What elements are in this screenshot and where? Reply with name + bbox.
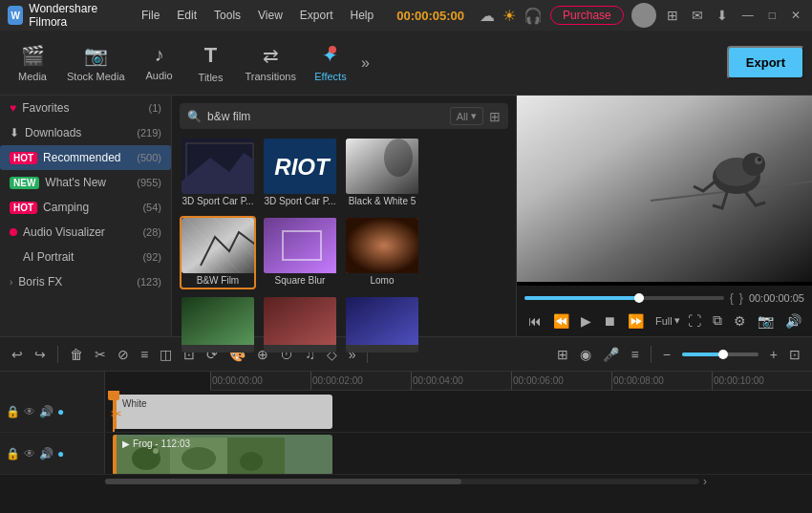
- step-back-button[interactable]: ⏪: [549, 311, 573, 331]
- grid-layout-icon[interactable]: ⊞: [489, 109, 501, 124]
- effect-sport1-label: 3D Sport Car P...: [182, 194, 254, 208]
- track-mgr-button[interactable]: ⊞: [553, 345, 572, 364]
- scroll-right-btn[interactable]: ›: [703, 475, 707, 488]
- ruler-mark-0: 00:00:00:00: [212, 375, 263, 386]
- camping-hot-badge: HOT: [10, 202, 37, 214]
- h-scrollbar-track[interactable]: [105, 479, 699, 484]
- split-button[interactable]: ≡: [137, 345, 152, 364]
- effect-lomo[interactable]: Lomo: [344, 216, 420, 289]
- sidebar-item-ai-portrait[interactable]: AI Portrait (92): [0, 245, 171, 269]
- avatar[interactable]: [631, 3, 656, 28]
- track-area-2: ▶ Frog - 112:03: [105, 433, 812, 474]
- h-scrollbar-thumb[interactable]: [105, 479, 461, 484]
- layout-icon[interactable]: ⊞: [664, 8, 681, 23]
- toolbar-audio[interactable]: ♪ Audio: [135, 40, 184, 85]
- effect-squarblur[interactable]: Square Blur: [262, 216, 338, 289]
- message-icon[interactable]: ✉: [689, 8, 706, 23]
- menu-tools[interactable]: Tools: [206, 7, 248, 24]
- undo-button[interactable]: ↩: [8, 345, 27, 364]
- more-tools-button[interactable]: »: [357, 51, 374, 75]
- cloud-icon[interactable]: ☁: [480, 7, 495, 25]
- redo-button[interactable]: ↪: [31, 345, 50, 364]
- track-clip-frog[interactable]: ▶ Frog - 112:03: [113, 435, 332, 474]
- settings-icon[interactable]: ⚙: [730, 311, 750, 331]
- sidebar-item-audio-vis[interactable]: Audio Visualizer (28): [0, 220, 171, 245]
- toolbar-stock-media[interactable]: 📷 Stock Media: [59, 40, 133, 86]
- pip-icon[interactable]: ⧉: [709, 310, 726, 331]
- zoom-minus-button[interactable]: −: [659, 345, 674, 364]
- trim-button[interactable]: ◫: [156, 345, 176, 364]
- zoom-dropdown[interactable]: Full ▾: [655, 314, 680, 327]
- sidebar-item-favorites[interactable]: ♥ Favorites (1): [0, 96, 171, 120]
- cut-button[interactable]: ✂: [91, 345, 110, 364]
- filter-chevron-icon: ▾: [471, 110, 477, 122]
- track2-icon2[interactable]: 👁: [24, 447, 35, 460]
- sidebar-item-recommended[interactable]: HOT Recommended (500): [0, 145, 171, 170]
- effect-sport1[interactable]: 3D Sport Car P...: [180, 137, 256, 210]
- disable-button[interactable]: ⊘: [114, 345, 133, 364]
- effects-grid: 🔍 All ▾ ⊞ 3D Sport Car P...: [172, 96, 516, 336]
- sidebar-item-whats-new[interactable]: NEW What's New (955): [0, 170, 171, 195]
- progress-fill: [524, 296, 644, 300]
- progress-bar[interactable]: [524, 296, 724, 300]
- zoom-plus-button[interactable]: +: [766, 345, 781, 364]
- menu-file[interactable]: File: [134, 7, 167, 24]
- delete-button[interactable]: 🗑: [66, 345, 87, 364]
- filter-dropdown[interactable]: All ▾: [450, 107, 483, 125]
- bracket-right-icon: }: [739, 291, 743, 305]
- skip-back-button[interactable]: ⏮: [524, 311, 545, 331]
- menu-help[interactable]: Help: [343, 7, 382, 24]
- scene-detect-button[interactable]: ◉: [576, 345, 595, 364]
- download-icon[interactable]: ⬇: [714, 8, 731, 23]
- maximize-button[interactable]: □: [765, 9, 780, 22]
- track2-icon1[interactable]: 🔒: [6, 447, 20, 460]
- purchase-button[interactable]: Purchase: [550, 6, 624, 25]
- track1-audio-icon[interactable]: 🔊: [39, 405, 53, 418]
- step-forward-button[interactable]: ⏩: [624, 311, 648, 331]
- minimize-button[interactable]: —: [738, 9, 758, 22]
- toolbar-transitions[interactable]: ⇄ Transitions: [238, 40, 304, 86]
- track1-color-icon[interactable]: ●: [57, 405, 64, 418]
- track-clip-white[interactable]: White: [113, 395, 332, 429]
- play-button[interactable]: ▶: [577, 311, 595, 331]
- speaker-icon[interactable]: 🔊: [781, 311, 805, 331]
- effect-sport2[interactable]: RIOT 3D Sport Car P...: [262, 137, 338, 210]
- sidebar-item-downloads[interactable]: ⬇ Downloads (219): [0, 120, 171, 145]
- menu-export[interactable]: Export: [292, 7, 341, 24]
- track1-lock-icon[interactable]: 🔒: [6, 405, 20, 418]
- timeline: ↩ ↪ 🗑 ✂ ⊘ ≡ ◫ ⊡ ⟳ 🎨 ⊕ ⏱ ♫ ◇ » ⊞ ◉ 🎤 ≡ − …: [0, 336, 812, 513]
- sidebar-item-camping[interactable]: HOT Camping (54): [0, 195, 171, 220]
- effects-row-2: B&W Film Square Blur: [180, 216, 508, 289]
- fullscreen-icon[interactable]: ⛶: [684, 311, 705, 331]
- toolbar-titles[interactable]: T Titles: [186, 39, 236, 87]
- track2-icon3[interactable]: 🔊: [39, 447, 53, 460]
- effect-more1[interactable]: [180, 295, 256, 354]
- sun-icon[interactable]: ☀: [502, 7, 516, 25]
- ruler-mark-1: 00:00:02:00: [312, 375, 363, 386]
- toolbar-effects[interactable]: ✦ Effects: [306, 40, 355, 86]
- auto-caption-button[interactable]: ≡: [627, 345, 642, 364]
- track2-icon4[interactable]: ●: [57, 447, 64, 460]
- svg-rect-12: [346, 297, 420, 345]
- toolbar-media[interactable]: 🎬 Media: [8, 40, 57, 86]
- sport2-svg: RIOT: [264, 139, 338, 194]
- close-button[interactable]: ✕: [787, 9, 804, 22]
- effect-more2[interactable]: [262, 295, 338, 354]
- snapshot-icon[interactable]: 📷: [754, 311, 778, 331]
- voice-button[interactable]: 🎤: [599, 345, 623, 364]
- zoom-slider[interactable]: [682, 353, 759, 356]
- effect-bwfilm[interactable]: B&W Film: [180, 216, 256, 289]
- menu-view[interactable]: View: [250, 7, 290, 24]
- effect-bw5[interactable]: Black & White 5: [344, 137, 420, 210]
- track1-eye-icon[interactable]: 👁: [24, 405, 35, 418]
- search-input[interactable]: [207, 110, 444, 123]
- effect-more3[interactable]: [344, 295, 420, 354]
- stop-button[interactable]: ⏹: [599, 311, 620, 331]
- transitions-icon: ⇄: [263, 44, 279, 67]
- fit-view-button[interactable]: ⊡: [785, 345, 804, 364]
- export-button[interactable]: Export: [727, 46, 804, 79]
- headphone-icon[interactable]: 🎧: [524, 7, 543, 25]
- playhead[interactable]: [113, 391, 115, 432]
- menu-edit[interactable]: Edit: [169, 7, 204, 24]
- sidebar-item-boris-fx[interactable]: › Boris FX (123): [0, 269, 171, 294]
